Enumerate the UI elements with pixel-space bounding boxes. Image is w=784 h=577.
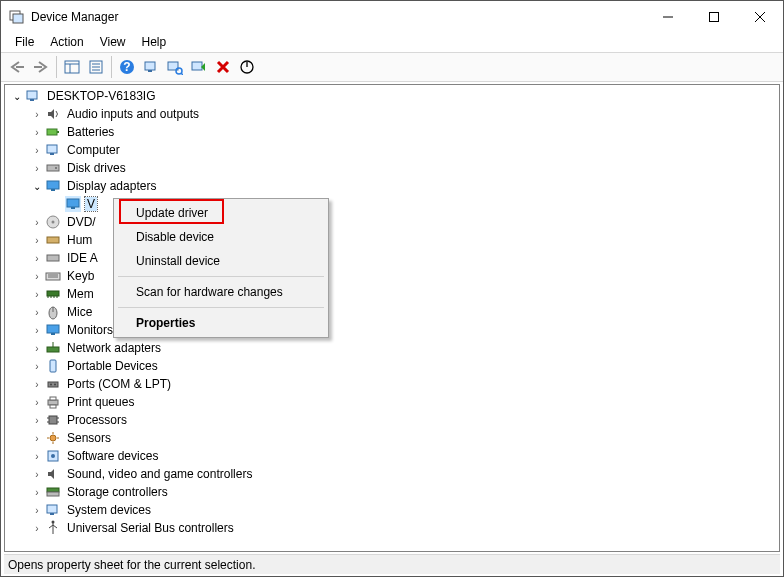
menu-file[interactable]: File <box>7 33 42 51</box>
tree-node-disk[interactable]: ›Disk drives <box>5 159 779 177</box>
tree-node-storage[interactable]: ›Storage controllers <box>5 483 779 501</box>
context-item-uninstall-device[interactable]: Uninstall device <box>116 249 326 273</box>
chevron-right-icon[interactable]: › <box>29 271 45 282</box>
tree-node-sound[interactable]: ›Sound, video and game controllers <box>5 465 779 483</box>
menu-help[interactable]: Help <box>134 33 175 51</box>
tree-node-label: IDE A <box>65 251 100 265</box>
svg-rect-22 <box>27 91 37 99</box>
keyboard-icon <box>45 268 61 284</box>
tree-node-usb[interactable]: ›Universal Serial Bus controllers <box>5 519 779 537</box>
tree-node-sensors[interactable]: ›Sensors <box>5 429 779 447</box>
tree-node-software[interactable]: ›Software devices <box>5 447 779 465</box>
monitor-icon <box>45 322 61 338</box>
chevron-right-icon[interactable]: › <box>29 235 45 246</box>
chevron-right-icon[interactable]: › <box>29 343 45 354</box>
chevron-right-icon[interactable]: › <box>29 325 45 336</box>
svg-rect-53 <box>48 382 58 387</box>
tree-node-ports[interactable]: ›Ports (COM & LPT) <box>5 375 779 393</box>
svg-point-64 <box>50 435 56 441</box>
svg-rect-50 <box>47 347 59 352</box>
context-item-disable-device[interactable]: Disable device <box>116 225 326 249</box>
chevron-down-icon[interactable]: ⌄ <box>29 181 45 192</box>
context-separator <box>118 276 324 277</box>
tree-node-system[interactable]: ›System devices <box>5 501 779 519</box>
tree-node-audio[interactable]: ›Audio inputs and outputs <box>5 105 779 123</box>
tree-node-label: Monitors <box>65 323 115 337</box>
show-hide-console-tree-button[interactable] <box>60 55 84 79</box>
svg-rect-41 <box>47 291 59 296</box>
svg-rect-52 <box>50 360 56 372</box>
chevron-right-icon[interactable]: › <box>29 289 45 300</box>
svg-rect-28 <box>47 165 59 171</box>
chevron-right-icon[interactable]: › <box>29 523 45 534</box>
svg-rect-33 <box>71 207 75 209</box>
svg-rect-59 <box>49 416 57 424</box>
tree-root[interactable]: ⌄ DESKTOP-V6183IG <box>5 87 779 105</box>
svg-rect-25 <box>57 131 59 133</box>
chevron-down-icon[interactable]: ⌄ <box>9 91 25 102</box>
chevron-right-icon[interactable]: › <box>29 217 45 228</box>
chevron-right-icon[interactable]: › <box>29 415 45 426</box>
tree-node-label: Computer <box>65 143 122 157</box>
tree-node-network[interactable]: ›Network adapters <box>5 339 779 357</box>
chevron-right-icon[interactable]: › <box>29 145 45 156</box>
chevron-right-icon[interactable]: › <box>29 307 45 318</box>
chevron-right-icon[interactable]: › <box>29 109 45 120</box>
chevron-right-icon[interactable]: › <box>29 433 45 444</box>
minimize-button[interactable] <box>645 1 691 32</box>
enable-device-button[interactable] <box>187 55 211 79</box>
svg-rect-57 <box>50 397 56 400</box>
chevron-right-icon[interactable]: › <box>29 361 45 372</box>
toolbar-separator <box>111 56 112 78</box>
chevron-right-icon[interactable]: › <box>29 379 45 390</box>
tree-node-display[interactable]: ⌄Display adapters <box>5 177 779 195</box>
properties-button[interactable] <box>84 55 108 79</box>
tree-node-label: DVD/ <box>65 215 98 229</box>
chevron-right-icon[interactable]: › <box>29 253 45 264</box>
svg-rect-16 <box>148 70 152 72</box>
update-driver-button[interactable] <box>163 55 187 79</box>
tree-node-portable[interactable]: ›Portable Devices <box>5 357 779 375</box>
uninstall-device-button[interactable] <box>211 55 235 79</box>
tree-node-computer[interactable]: ›Computer <box>5 141 779 159</box>
menu-view[interactable]: View <box>92 33 134 51</box>
svg-rect-36 <box>47 237 59 243</box>
svg-rect-68 <box>47 492 59 496</box>
scan-hardware-button[interactable] <box>139 55 163 79</box>
chevron-right-icon[interactable]: › <box>29 163 45 174</box>
maximize-button[interactable] <box>691 1 737 32</box>
svg-point-35 <box>52 221 55 224</box>
context-item-properties[interactable]: Properties <box>116 311 326 335</box>
processor-icon <box>45 412 61 428</box>
chevron-right-icon[interactable]: › <box>29 487 45 498</box>
statusbar-text: Opens property sheet for the current sel… <box>8 558 255 572</box>
chevron-right-icon[interactable]: › <box>29 127 45 138</box>
tree-node-processors[interactable]: ›Processors <box>5 411 779 429</box>
context-item-label: Uninstall device <box>136 254 220 268</box>
close-button[interactable] <box>737 1 783 32</box>
tree-node-batteries[interactable]: ›Batteries <box>5 123 779 141</box>
tree-node-label: Software devices <box>65 449 160 463</box>
svg-rect-67 <box>47 488 59 492</box>
back-button[interactable] <box>5 55 29 79</box>
help-button[interactable]: ? <box>115 55 139 79</box>
context-item-scan-hardware[interactable]: Scan for hardware changes <box>116 280 326 304</box>
menu-action[interactable]: Action <box>42 33 91 51</box>
tree-node-label: V <box>85 197 97 211</box>
tree-node-print[interactable]: ›Print queues <box>5 393 779 411</box>
forward-button[interactable] <box>29 55 53 79</box>
portable-icon <box>45 358 61 374</box>
chevron-right-icon[interactable]: › <box>29 451 45 462</box>
tree-node-label: Ports (COM & LPT) <box>65 377 173 391</box>
chevron-right-icon[interactable]: › <box>29 397 45 408</box>
device-tree-panel[interactable]: ⌄ DESKTOP-V6183IG ›Audio inputs and outp… <box>4 84 780 552</box>
chevron-right-icon[interactable]: › <box>29 469 45 480</box>
titlebar: Device Manager <box>1 1 783 32</box>
context-item-update-driver[interactable]: Update driver <box>116 201 326 225</box>
svg-rect-3 <box>710 12 719 21</box>
chevron-right-icon[interactable]: › <box>29 505 45 516</box>
svg-rect-15 <box>145 62 155 70</box>
software-icon <box>45 448 61 464</box>
tree-node-label: Keyb <box>65 269 96 283</box>
disable-device-button[interactable] <box>235 55 259 79</box>
